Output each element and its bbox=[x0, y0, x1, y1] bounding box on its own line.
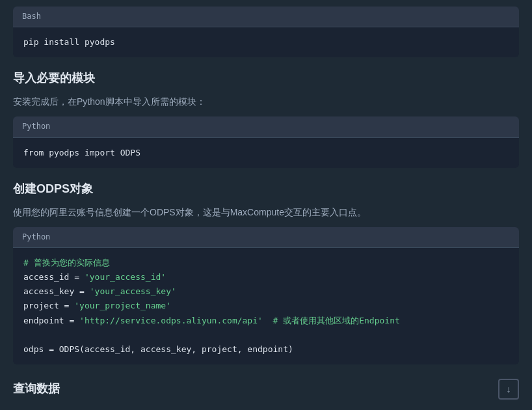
page-content: Bash pip install pyodps 导入必要的模块 安装完成后，在P… bbox=[0, 0, 532, 410]
blank-line bbox=[23, 330, 29, 340]
section2-description: 使用您的阿里云账号信息创建一个ODPS对象，这是与MaxCompute交互的主要… bbox=[13, 205, 519, 219]
section2-heading: 创建ODPS对象 bbox=[13, 180, 519, 198]
python1-code: from pyodps import ODPS bbox=[23, 146, 509, 160]
python1-code-text: from pyodps import ODPS bbox=[23, 148, 140, 157]
odps-line: odps = ODPS(access_id, access_key, proje… bbox=[23, 344, 293, 354]
section3-container: 查询数据 ↓ bbox=[13, 376, 519, 400]
endpoint-line: endpoint = 'http://service.odps.aliyun.c… bbox=[23, 316, 400, 325]
section1-description: 安装完成后，在Python脚本中导入所需的模块： bbox=[13, 94, 519, 109]
python-block2-body: # 普换为您的实际信息 access_id = 'your_access_id'… bbox=[13, 248, 519, 364]
download-icon: ↓ bbox=[507, 382, 511, 396]
access-id-line: access_id = 'your_access_id' bbox=[23, 272, 166, 282]
download-button[interactable]: ↓ bbox=[498, 379, 519, 400]
section1-heading: 导入必要的模块 bbox=[13, 69, 519, 88]
python-block1-body: from pyodps import ODPS bbox=[13, 138, 519, 168]
bash-block-header: Bash bbox=[13, 7, 519, 27]
bash-code: pip install pyodps bbox=[23, 35, 509, 49]
python-block1-header: Python bbox=[13, 116, 519, 137]
section3-heading: 查询数据 bbox=[13, 379, 60, 398]
comment-line: # 普换为您的实际信息 bbox=[23, 258, 110, 267]
python-block1: Python from pyodps import ODPS bbox=[13, 116, 519, 167]
bash-code-block: Bash pip install pyodps bbox=[13, 7, 519, 57]
python-block2-header: Python bbox=[13, 227, 519, 248]
python2-code: # 普换为您的实际信息 access_id = 'your_access_id'… bbox=[23, 256, 509, 357]
bash-block-body: pip install pyodps bbox=[13, 27, 519, 57]
bash-code-text: pip install pyodps bbox=[23, 37, 115, 47]
access-key-line: access_key = 'your_access_key' bbox=[23, 286, 176, 296]
python-block2: Python # 普换为您的实际信息 access_id = 'your_acc… bbox=[13, 227, 519, 364]
project-line: project = 'your_project_name' bbox=[23, 301, 171, 310]
